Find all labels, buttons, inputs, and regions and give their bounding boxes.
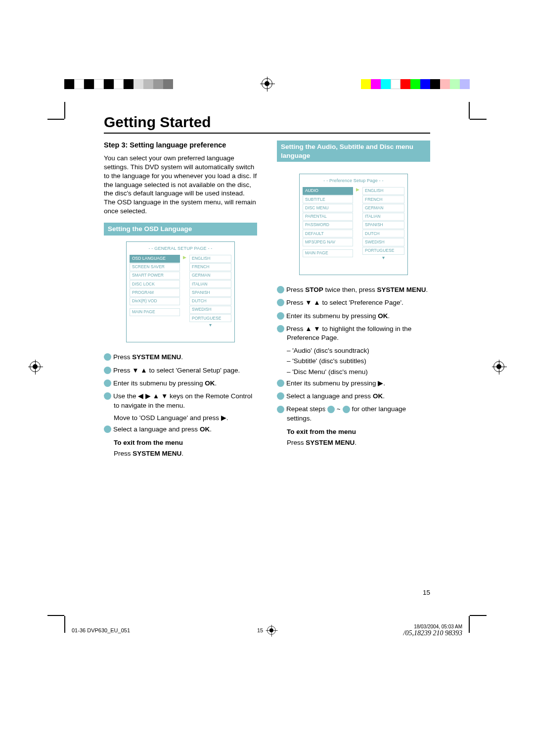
osd-lang: SPANISH: [189, 288, 231, 296]
osd-main-page: MAIN PAGE: [303, 249, 353, 257]
osd-item: OSD LANGUAGE: [130, 255, 180, 263]
step-5: 5Select a language and press OK.: [104, 425, 257, 433]
audio-subtitle-bar: Setting the Audio, Subtitle and Disc men…: [277, 141, 430, 162]
osd-general-setup-diagram: - - GENERAL SETUP PAGE - - OSD LANGUAGE …: [126, 241, 235, 343]
osd-item: SMART POWER: [130, 272, 180, 280]
page-title: Getting Started: [104, 114, 430, 131]
step-3: 3Enter its submenu by pressing OK.: [104, 378, 257, 387]
step-number-icon: 7: [277, 406, 284, 413]
osd-main-page: MAIN PAGE: [130, 308, 180, 316]
osd-lang: PORTUGUESE: [189, 314, 231, 322]
osd-lang: ENGLISH: [189, 255, 231, 263]
step-4-item: – 'Audio' (disc's soundtrack): [287, 346, 430, 355]
step-1: 1Press SYSTEM MENU.: [104, 352, 257, 361]
step3-heading: Step 3: Setting language preference: [104, 141, 257, 150]
osd-lang: SPANISH: [362, 221, 404, 229]
osd-lang: FRENCH: [189, 263, 231, 271]
footer-timestamp: 18/03/2004, 05:03 AM: [414, 624, 462, 629]
osd-lang: SWEDISH: [189, 306, 231, 314]
step-4: 4Use the ◀ ▶ ▲ ▼ keys on the Remote Cont…: [104, 391, 257, 410]
registration-target-icon: [267, 626, 276, 635]
osd-language-bar: Setting the OSD Language: [104, 223, 257, 236]
osd-item: DEFAULT: [303, 230, 353, 237]
osd-item: SUBTITLE: [303, 195, 353, 203]
exit-heading: To exit from the menu: [287, 427, 430, 436]
step-2: 2Press ▼ ▲ to select 'General Setup' pag…: [104, 366, 257, 375]
scroll-down-icon: ▾: [189, 322, 231, 328]
osd-lang: PORTUGUESE: [362, 247, 404, 255]
step-4: 4Press ▲ ▼ to highlight the following in…: [277, 324, 430, 342]
osd-lang: ITALIAN: [362, 213, 404, 221]
crop-mark-icon: [64, 89, 94, 119]
step-6: 6Select a language and press OK.: [277, 391, 430, 400]
scroll-down-icon: ▾: [362, 254, 404, 261]
osd-lang: ITALIAN: [189, 280, 231, 288]
footer-page: 15: [257, 627, 263, 633]
step-number-icon: 3: [104, 379, 111, 387]
step-2: 2Press ▼ ▲ to select 'Preference Page'.: [277, 298, 430, 307]
right-column: Setting the Audio, Subtitle and Disc men…: [277, 141, 430, 460]
step-number-icon: 5: [277, 379, 284, 387]
osd-item: SCREEN SAVER: [130, 263, 180, 271]
osd-title: - - Preference Setup Page - -: [303, 178, 404, 184]
step-number-icon: 1: [277, 286, 284, 293]
pointer-icon: ▶: [182, 255, 187, 261]
osd-item: PROGRAM: [130, 288, 180, 296]
osd-item: DISC MENU: [303, 204, 353, 212]
exit-body: Press SYSTEM MENU.: [287, 438, 430, 447]
osd-lang: GERMAN: [189, 272, 231, 280]
left-column: Step 3: Setting language preference You …: [104, 141, 257, 460]
osd-title: - - GENERAL SETUP PAGE - -: [130, 246, 231, 252]
osd-item: PARENTAL: [303, 213, 353, 221]
step-4-sub: Move to 'OSD Language' and press ▶.: [114, 414, 257, 423]
step-number-icon: 4: [277, 325, 284, 332]
exit-body: Press SYSTEM MENU.: [114, 449, 257, 458]
osd-lang: SWEDISH: [362, 238, 404, 246]
page-body: Getting Started Step 3: Setting language…: [104, 114, 430, 460]
pointer-icon: ▶: [355, 187, 360, 193]
osd-lang: ENGLISH: [362, 187, 404, 195]
osd-item: DivX(R) VOD: [130, 297, 180, 305]
step-5: 5Enter its submenu by pressing ▶.: [277, 378, 430, 387]
footer-filename: 01-36 DVP630_EU_051: [72, 627, 130, 633]
step-number-icon: 6: [343, 406, 350, 413]
page-number: 15: [423, 589, 430, 596]
registration-target-icon: [493, 361, 504, 372]
step-number-icon: 3: [277, 312, 284, 320]
osd-item: MP3/JPEG NAV: [303, 238, 353, 246]
colorbar-right: [361, 79, 470, 89]
osd-item: PASSWORD: [303, 221, 353, 229]
exit-heading: To exit from the menu: [114, 438, 257, 447]
step-number-icon: 6: [277, 392, 284, 400]
osd-item: DISC LOCK: [130, 280, 180, 288]
step-4-item: – 'Disc Menu' (disc's menu): [287, 368, 430, 377]
step-3: 3Enter its submenu by pressing OK.: [277, 311, 430, 320]
step-number-icon: 4: [327, 406, 335, 413]
step-number-icon: 2: [104, 367, 111, 374]
step-7: 7Repeat steps 4 ~ 6 for other language s…: [277, 405, 430, 423]
osd-preference-setup-diagram: - - Preference Setup Page - - AUDIO SUBT…: [299, 174, 408, 275]
step-number-icon: 5: [104, 425, 111, 433]
footer-id: /05,18239 210 98393: [403, 629, 462, 637]
registration-target-icon: [30, 361, 41, 372]
osd-lang: GERMAN: [362, 204, 404, 212]
osd-lang: DUTCH: [189, 297, 231, 305]
step-number-icon: 1: [104, 353, 111, 361]
colorbar-left: [64, 79, 173, 89]
osd-item: AUDIO: [303, 187, 353, 195]
step-4-item: – 'Subtitle' (disc's subtitles): [287, 357, 430, 366]
step-number-icon: 2: [277, 299, 284, 306]
registration-target-icon: [262, 78, 272, 89]
title-rule: [104, 133, 430, 134]
step-number-icon: 4: [104, 392, 111, 400]
crop-mark-icon: [440, 89, 470, 119]
intro-paragraph: You can select your own preferred langua…: [104, 154, 257, 216]
osd-lang: FRENCH: [362, 195, 404, 203]
osd-lang: DUTCH: [362, 230, 404, 237]
print-footer: 01-36 DVP630_EU_051 15 18/03/2004, 05:03…: [72, 623, 462, 637]
step-1: 1Press STOP twice then, press SYSTEM MEN…: [277, 285, 430, 294]
